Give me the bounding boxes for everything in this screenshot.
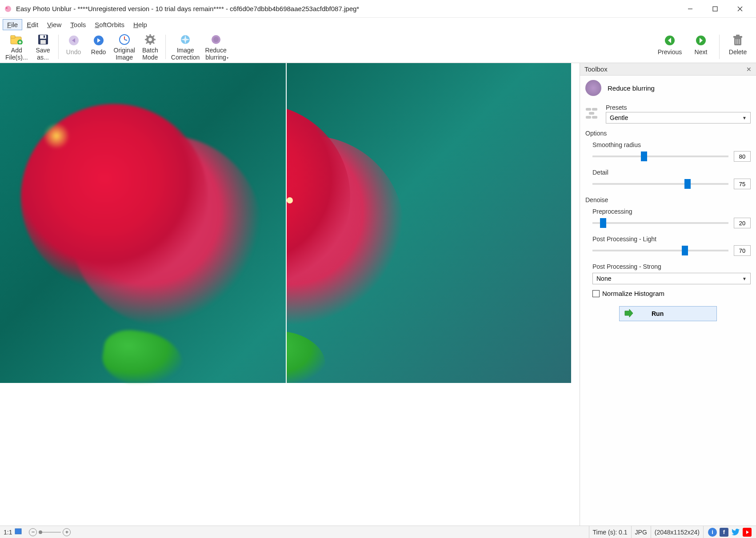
next-button[interactable]: Next xyxy=(685,32,716,62)
svg-rect-14 xyxy=(44,36,45,38)
batch-mode-label: Batch Mode xyxy=(142,47,158,61)
run-arrow-icon xyxy=(624,309,634,319)
arrow-right-icon xyxy=(694,34,708,47)
info-icon[interactable]: i xyxy=(708,528,717,537)
normalize-checkbox[interactable] xyxy=(592,290,600,297)
trash-icon xyxy=(731,34,744,47)
zoom-ratio: 1:1 xyxy=(0,526,25,538)
menu-edit[interactable]: Edit xyxy=(22,19,43,30)
presets-label: Presets xyxy=(606,104,751,111)
smoothing-value[interactable]: 80 xyxy=(734,151,751,162)
toolbox-header: Toolbox ✕ xyxy=(580,63,756,76)
image-correction-button[interactable]: Image Correction xyxy=(168,32,203,62)
menu-file[interactable]: File xyxy=(3,19,22,30)
run-button[interactable]: Run xyxy=(619,306,717,321)
next-label: Next xyxy=(695,49,708,56)
poststrong-label: Post Processing - Strong xyxy=(592,263,751,270)
smoothing-slider[interactable] xyxy=(592,155,728,157)
toolbox-panel: Toolbox ✕ Reduce blurring Presets Gentle… xyxy=(580,63,756,526)
options-title: Options xyxy=(585,130,751,137)
poststrong-select[interactable]: None ▼ xyxy=(592,273,751,284)
delete-button[interactable]: Delete xyxy=(722,32,753,62)
undo-button[interactable]: Undo xyxy=(61,32,86,62)
svg-point-1 xyxy=(6,7,8,9)
run-label: Run xyxy=(652,310,664,317)
denoise-title: Denoise xyxy=(585,196,751,203)
undo-label: Undo xyxy=(66,49,81,56)
reduce-blurring-button[interactable]: Reduce blurring ▾ xyxy=(202,32,229,62)
maximize-button[interactable] xyxy=(703,0,728,17)
svg-rect-44 xyxy=(586,116,591,119)
svg-rect-7 xyxy=(11,36,15,38)
batch-mode-button[interactable]: Batch Mode xyxy=(138,32,163,62)
zoom-slider[interactable] xyxy=(39,532,61,533)
close-button[interactable] xyxy=(728,0,752,17)
svg-rect-45 xyxy=(592,116,597,119)
menu-softorbits[interactable]: SoftOrbits xyxy=(90,19,129,30)
status-time: Time (s): 0.1 xyxy=(589,526,631,538)
undo-icon xyxy=(67,34,80,47)
preprocessing-label: Preprocessing xyxy=(592,208,751,215)
original-image-label: Original Image xyxy=(114,47,135,61)
reduce-blurring-label: Reduce blurring xyxy=(205,47,226,61)
svg-rect-42 xyxy=(592,108,597,111)
svg-rect-37 xyxy=(736,35,740,36)
presets-value: Gentle xyxy=(610,114,628,121)
menu-view[interactable]: View xyxy=(43,19,66,30)
title-bar: Easy Photo Unblur - ****Unregistered ver… xyxy=(0,0,756,18)
detail-value[interactable]: 75 xyxy=(734,179,751,189)
normalize-label: Normalize Histogram xyxy=(602,290,664,297)
save-icon xyxy=(36,34,50,45)
section-title: Reduce blurring xyxy=(608,84,655,92)
add-files-button[interactable]: Add File(s)... xyxy=(3,32,31,62)
menu-tools[interactable]: Tools xyxy=(66,19,90,30)
canvas-area[interactable] xyxy=(0,63,580,526)
twitter-icon[interactable] xyxy=(731,528,740,537)
chevron-down-icon: ▼ xyxy=(742,276,747,281)
status-dimensions: (2048x1152x24) xyxy=(651,526,703,538)
delete-label: Delete xyxy=(729,49,747,56)
preprocessing-value[interactable]: 20 xyxy=(734,218,751,228)
svg-line-29 xyxy=(146,42,148,44)
svg-rect-13 xyxy=(40,40,46,44)
save-as-button[interactable]: Saveas... xyxy=(31,32,56,62)
compare-divider[interactable] xyxy=(286,63,287,383)
svg-rect-43 xyxy=(589,112,594,115)
postlight-slider[interactable] xyxy=(592,250,728,251)
toolbox-title: Toolbox xyxy=(584,65,608,73)
presets-select[interactable]: Gentle ▼ xyxy=(606,112,751,124)
svg-line-28 xyxy=(153,36,154,37)
image-correction-label: Image Correction xyxy=(171,47,200,61)
toolbar: Add File(s)... Saveas... Undo Redo Origi… xyxy=(0,31,756,63)
youtube-icon[interactable] xyxy=(743,528,752,537)
fit-icon[interactable] xyxy=(15,528,22,536)
preprocessing-slider[interactable] xyxy=(592,222,728,224)
menu-bar: File Edit View Tools SoftOrbits Help xyxy=(0,18,756,31)
svg-point-21 xyxy=(148,38,152,41)
menu-help[interactable]: Help xyxy=(129,19,152,30)
svg-rect-41 xyxy=(586,108,591,111)
facebook-icon[interactable]: f xyxy=(720,528,728,537)
minimize-button[interactable] xyxy=(678,0,703,17)
zoom-out-button[interactable]: − xyxy=(29,528,37,536)
app-icon xyxy=(4,4,12,13)
svg-rect-12 xyxy=(40,35,46,39)
folder-add-icon xyxy=(10,34,23,45)
detail-slider[interactable] xyxy=(592,183,728,185)
toolbox-close-button[interactable]: ✕ xyxy=(746,66,752,73)
svg-line-27 xyxy=(153,42,154,44)
blur-icon xyxy=(209,34,223,45)
original-image-button[interactable]: Original Image xyxy=(111,32,138,62)
main-area: Toolbox ✕ Reduce blurring Presets Gentle… xyxy=(0,63,756,526)
image-preview xyxy=(0,63,571,383)
arrow-left-icon xyxy=(663,34,676,47)
previous-button[interactable]: Previous xyxy=(654,32,685,62)
blur-section-icon xyxy=(585,80,601,96)
postlight-value[interactable]: 70 xyxy=(734,245,751,256)
svg-point-0 xyxy=(5,6,11,12)
redo-button[interactable]: Redo xyxy=(86,32,111,62)
zoom-in-button[interactable]: + xyxy=(63,528,71,536)
clock-icon xyxy=(118,34,131,45)
gear-icon xyxy=(144,34,157,45)
redo-label: Redo xyxy=(91,49,106,56)
